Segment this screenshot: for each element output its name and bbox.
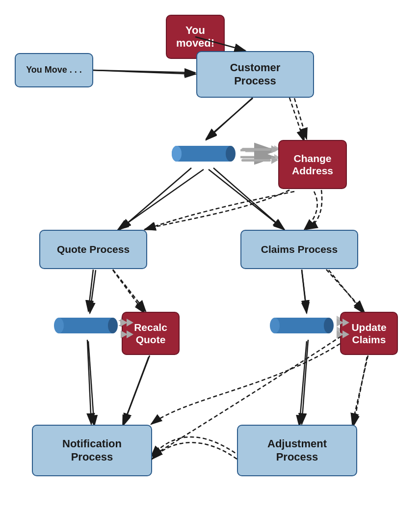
diagram: You moved! You Move . . . CustomerProces… bbox=[0, 0, 420, 518]
you-moved-label: You moved! bbox=[167, 24, 224, 50]
svg-line-38 bbox=[294, 98, 307, 139]
svg-line-40 bbox=[213, 168, 284, 229]
adjustment-process-box: AdjustmentProcess bbox=[237, 425, 357, 476]
cylinder-3 bbox=[270, 312, 334, 339]
svg-line-21 bbox=[299, 341, 307, 426]
notification-process-label: NotificationProcess bbox=[62, 437, 122, 463]
svg-line-12 bbox=[113, 270, 145, 313]
svg-line-20 bbox=[123, 357, 149, 426]
svg-point-32 bbox=[324, 318, 334, 333]
svg-line-37 bbox=[206, 98, 253, 139]
svg-point-25 bbox=[226, 146, 236, 162]
recalc-quote-label: RecalcQuote bbox=[134, 321, 167, 346]
svg-line-42 bbox=[113, 270, 146, 311]
svg-line-45 bbox=[87, 340, 91, 424]
svg-line-47 bbox=[302, 340, 308, 424]
svg-point-28 bbox=[54, 318, 64, 333]
svg-line-41 bbox=[88, 270, 93, 311]
change-address-box: ChangeAddress bbox=[278, 140, 347, 189]
svg-line-17 bbox=[302, 270, 307, 313]
adjustment-process-label: AdjustmentProcess bbox=[267, 437, 327, 463]
cylinder-1 bbox=[172, 140, 236, 167]
svg-line-9 bbox=[118, 169, 204, 230]
svg-rect-27 bbox=[59, 318, 113, 333]
svg-point-26 bbox=[172, 146, 182, 162]
notification-process-box: NotificationProcess bbox=[32, 425, 152, 476]
svg-line-5 bbox=[206, 98, 253, 140]
svg-line-39 bbox=[120, 168, 191, 229]
claims-process-label: Claims Process bbox=[261, 243, 338, 255]
update-claims-label: UpdateClaims bbox=[351, 321, 386, 346]
customer-process-box: CustomerProcess bbox=[196, 51, 314, 98]
svg-line-10 bbox=[209, 169, 285, 230]
svg-line-6 bbox=[289, 98, 304, 141]
svg-line-22 bbox=[353, 357, 367, 426]
gray-arrows-cyl1 bbox=[241, 145, 278, 164]
svg-line-36 bbox=[93, 70, 196, 74]
svg-rect-23 bbox=[177, 146, 231, 162]
svg-line-18 bbox=[329, 270, 364, 313]
customer-process-label: CustomerProcess bbox=[230, 61, 281, 87]
svg-line-48 bbox=[352, 355, 368, 424]
svg-point-31 bbox=[270, 318, 280, 333]
claims-process-box: Claims Process bbox=[240, 230, 358, 269]
svg-line-44 bbox=[326, 270, 364, 311]
quote-process-box: Quote Process bbox=[39, 230, 147, 269]
svg-line-19 bbox=[88, 341, 94, 426]
gray-arrows-cyl2 bbox=[120, 319, 133, 338]
change-address-label: ChangeAddress bbox=[292, 152, 333, 177]
svg-line-3 bbox=[93, 70, 195, 73]
you-move-box: You Move . . . bbox=[15, 53, 93, 87]
svg-line-11 bbox=[90, 270, 96, 313]
svg-line-46 bbox=[124, 355, 150, 424]
svg-line-43 bbox=[302, 270, 307, 311]
svg-point-29 bbox=[108, 318, 118, 333]
you-move-label: You Move . . . bbox=[26, 65, 82, 76]
quote-process-label: Quote Process bbox=[57, 243, 130, 255]
cylinder-2 bbox=[54, 312, 118, 339]
svg-rect-30 bbox=[275, 318, 329, 333]
gray-arrows-cyl3 bbox=[336, 319, 349, 338]
